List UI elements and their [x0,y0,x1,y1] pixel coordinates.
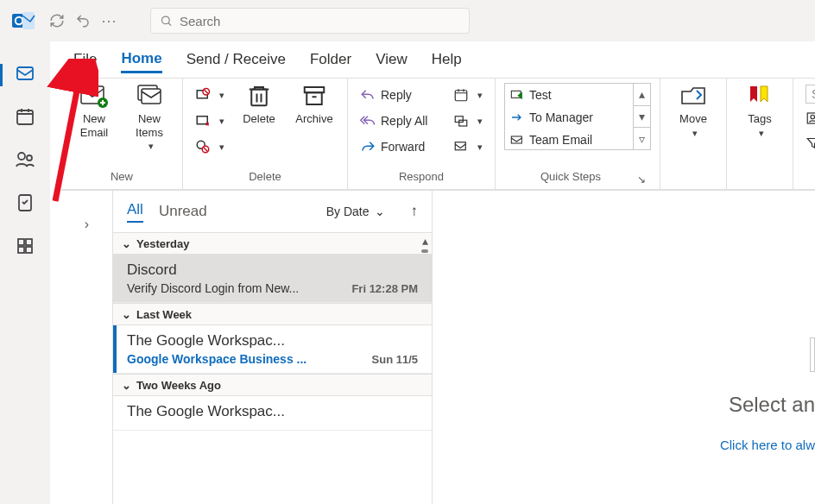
message-from: Discord [127,261,418,279]
ribbon-group-delete-label: Delete [192,170,338,189]
ribbon-group-move: Move [660,78,727,189]
quick-steps-up-icon[interactable]: ▴ [634,84,650,106]
tab-send-receive[interactable]: Send / Receive [186,47,286,72]
ribbon-group-new-label: New [70,170,174,189]
sort-ascending-icon[interactable]: ↑ [411,203,419,220]
message-list-pane: All Unread By Date ⌄ ↑ ▴ ⌄YesterdayDisco… [113,191,433,504]
calendar-icon[interactable] [14,105,36,128]
chevron-down-icon: ⌄ [122,379,131,392]
apps-icon[interactable] [14,235,36,257]
tags-label: Tags [748,112,771,126]
quick-steps-down-icon[interactable]: ▾ [634,106,650,129]
forward-button[interactable]: Forward [357,135,443,159]
delete-label: Delete [243,112,275,126]
svg-point-26 [18,153,25,160]
message-subject: Verify Discord Login from New... [127,281,299,295]
filter-all-tab[interactable]: All [127,201,143,223]
filter-unread-tab[interactable]: Unread [159,203,207,220]
message-subject: Google Workspace Business ... [127,352,306,366]
move-button[interactable]: Move [669,83,717,139]
ribbon-group-respond-label: Respond [357,170,486,189]
tab-help[interactable]: Help [432,47,462,72]
search-input[interactable] [180,14,460,28]
filter-email-button[interactable]: Fil [806,131,815,154]
message-item[interactable]: DiscordVerify Discord Login from New...F… [113,255,432,303]
outlook-logo-icon [12,9,36,33]
quick-step-test[interactable]: Test [505,84,633,106]
svg-rect-16 [455,91,467,101]
scroll-up-icon[interactable]: ▴ [422,234,428,248]
message-item[interactable]: The Google Workspac...Google Workspace B… [113,325,432,374]
delete-button[interactable]: Delete [235,83,283,126]
quick-steps-more-icon[interactable]: ▿ [634,128,650,149]
more-respond-button[interactable] [450,135,486,159]
tags-button[interactable]: Tags [736,83,784,139]
date-group-header[interactable]: ⌄Last Week [113,303,432,325]
left-rail [0,41,50,504]
quick-step-team-email[interactable]: Team Email [505,129,633,151]
scroll-thumb[interactable] [421,249,428,253]
ribbon: New Email New Items New Delete Archive [61,78,815,190]
message-item[interactable]: The Google Workspac... [113,396,432,431]
mail-icon[interactable] [14,62,36,85]
new-items-label: New Items [136,112,163,139]
title-bar: ⋯ [0,0,815,41]
svg-rect-25 [17,110,33,124]
ribbon-group-quicksteps-label: Quick Steps [504,170,637,189]
people-icon[interactable] [14,148,36,171]
svg-rect-21 [511,136,521,143]
reading-pane-handle[interactable] [810,337,815,372]
qat-customize-icon[interactable]: ⋯ [98,10,119,31]
share-teams-button[interactable] [450,109,486,133]
new-items-button[interactable]: New Items [125,83,174,152]
tab-file[interactable]: File [73,47,97,72]
sort-by-date[interactable]: By Date ⌄ [326,205,385,218]
svg-point-27 [27,155,32,161]
tab-view[interactable]: View [376,47,408,72]
expand-folders-icon[interactable]: › [85,217,89,504]
search-people-input[interactable]: Search [806,83,815,105]
date-group-header[interactable]: ⌄Two Weeks Ago [113,374,432,396]
date-group-header[interactable]: ⌄Yesterday [113,232,432,255]
message-from: The Google Workspac... [127,403,418,420]
new-email-button[interactable]: New Email [70,83,118,139]
cleanup-button[interactable] [192,109,228,133]
undo-icon[interactable] [73,10,93,31]
reading-always-preview-link[interactable]: Click here to alw [720,438,815,452]
tab-home[interactable]: Home [121,47,161,73]
folder-nav-collapsed[interactable]: › [61,191,113,504]
reading-pane: Select an Click here to alw [433,191,815,504]
quick-step-to-manager[interactable]: To Manager [505,106,633,129]
search-icon [160,14,173,28]
address-book-button[interactable]: Ad [806,107,815,129]
message-from: The Google Workspac... [127,332,418,350]
chevron-down-icon: ⌄ [375,205,385,218]
menu-bar: File Home Send / Receive Folder View Hel… [0,41,815,78]
meeting-button[interactable] [450,83,486,107]
chevron-down-icon: ⌄ [122,237,131,250]
tasks-icon[interactable] [14,192,36,214]
move-label: Move [679,112,707,126]
svg-rect-10 [197,117,207,124]
quick-steps-gallery[interactable]: Test To Manager Team Email ▴ ▾ ▿ [504,83,651,150]
search-box[interactable] [150,8,470,34]
svg-rect-15 [306,92,322,104]
svg-rect-24 [17,67,33,79]
archive-button[interactable]: Archive [290,83,338,126]
ribbon-group-delete: Delete Archive Delete [183,78,348,189]
svg-rect-29 [18,239,24,245]
reply-button[interactable]: Reply [357,83,443,107]
junk-button[interactable] [192,135,228,159]
svg-rect-32 [26,247,32,253]
reply-all-button[interactable]: Reply All [357,109,443,133]
new-email-label: New Email [80,112,109,139]
message-time: Sun 11/5 [372,353,418,366]
svg-rect-31 [18,247,24,253]
tab-folder[interactable]: Folder [310,47,351,72]
sync-icon[interactable] [47,10,67,31]
svg-rect-30 [26,239,32,245]
message-list-scrollbar[interactable]: ▴ [417,234,433,253]
ignore-button[interactable] [192,83,228,107]
ribbon-group-tags: Tags [727,78,793,189]
quicksteps-dialog-launcher-icon[interactable]: ↘ [637,173,651,186]
